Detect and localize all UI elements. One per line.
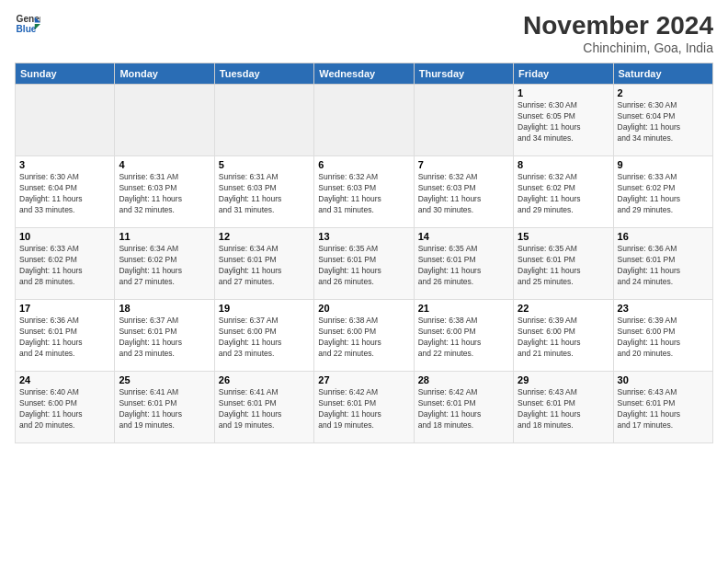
title-area: November 2024 Chinchinim, Goa, India [523,11,713,55]
day-info: Sunrise: 6:42 AMSunset: 6:01 PMDaylight:… [318,387,409,431]
day-info: Sunrise: 6:32 AMSunset: 6:03 PMDaylight:… [318,172,409,216]
day-info: Sunrise: 6:33 AMSunset: 6:02 PMDaylight:… [618,172,709,216]
month-title: November 2024 [523,11,713,40]
weekday-header: Thursday [414,63,513,85]
day-number: 5 [219,159,310,170]
calendar-cell: 17Sunrise: 6:36 AMSunset: 6:01 PMDayligh… [16,300,115,372]
day-info: Sunrise: 6:31 AMSunset: 6:03 PMDaylight:… [119,172,210,216]
calendar-cell [414,85,513,156]
calendar-cell: 15Sunrise: 6:35 AMSunset: 6:01 PMDayligh… [514,228,613,300]
day-info: Sunrise: 6:41 AMSunset: 6:01 PMDaylight:… [119,387,210,431]
day-info: Sunrise: 6:38 AMSunset: 6:00 PMDaylight:… [318,316,409,360]
header: General Blue November 2024 Chinchinim, G… [15,11,713,55]
calendar-cell: 29Sunrise: 6:43 AMSunset: 6:01 PMDayligh… [514,372,613,443]
day-number: 30 [618,374,709,385]
day-number: 16 [618,231,709,242]
day-info: Sunrise: 6:33 AMSunset: 6:02 PMDaylight:… [19,244,110,288]
day-info: Sunrise: 6:42 AMSunset: 6:01 PMDaylight:… [418,387,509,431]
calendar-cell [214,85,313,156]
calendar-cell: 12Sunrise: 6:34 AMSunset: 6:01 PMDayligh… [214,228,313,300]
calendar-cell: 13Sunrise: 6:35 AMSunset: 6:01 PMDayligh… [314,228,414,300]
day-number: 15 [518,231,609,242]
day-number: 14 [418,231,509,242]
calendar-cell: 3Sunrise: 6:30 AMSunset: 6:04 PMDaylight… [16,156,115,228]
logo: General Blue [15,11,40,37]
day-number: 17 [19,303,110,314]
weekday-header: Tuesday [214,63,313,85]
calendar-cell: 11Sunrise: 6:34 AMSunset: 6:02 PMDayligh… [115,228,214,300]
calendar-cell: 2Sunrise: 6:30 AMSunset: 6:04 PMDaylight… [613,85,712,156]
weekday-header: Monday [115,63,214,85]
day-info: Sunrise: 6:32 AMSunset: 6:03 PMDaylight:… [418,172,509,216]
day-number: 2 [618,87,709,98]
calendar-cell [115,85,214,156]
calendar-cell [314,85,414,156]
day-info: Sunrise: 6:30 AMSunset: 6:05 PMDaylight:… [518,100,609,144]
day-number: 22 [518,303,609,314]
calendar-cell: 9Sunrise: 6:33 AMSunset: 6:02 PMDaylight… [613,156,712,228]
day-number: 4 [119,159,210,170]
day-number: 28 [418,374,509,385]
day-info: Sunrise: 6:36 AMSunset: 6:01 PMDaylight:… [618,244,709,288]
calendar-cell: 27Sunrise: 6:42 AMSunset: 6:01 PMDayligh… [314,372,414,443]
calendar-cell: 24Sunrise: 6:40 AMSunset: 6:00 PMDayligh… [16,372,115,443]
calendar-cell: 26Sunrise: 6:41 AMSunset: 6:01 PMDayligh… [214,372,313,443]
calendar-cell: 1Sunrise: 6:30 AMSunset: 6:05 PMDaylight… [514,85,613,156]
day-info: Sunrise: 6:43 AMSunset: 6:01 PMDaylight:… [518,387,609,431]
calendar: SundayMondayTuesdayWednesdayThursdayFrid… [15,63,713,443]
calendar-cell: 4Sunrise: 6:31 AMSunset: 6:03 PMDaylight… [115,156,214,228]
day-info: Sunrise: 6:34 AMSunset: 6:02 PMDaylight:… [119,244,210,288]
weekday-header: Sunday [16,63,115,85]
day-number: 11 [119,231,210,242]
day-info: Sunrise: 6:31 AMSunset: 6:03 PMDaylight:… [219,172,310,216]
day-number: 23 [618,303,709,314]
weekday-header: Wednesday [314,63,414,85]
day-info: Sunrise: 6:34 AMSunset: 6:01 PMDaylight:… [219,244,310,288]
calendar-cell [16,85,115,156]
day-number: 13 [318,231,409,242]
day-number: 25 [119,374,210,385]
calendar-cell: 23Sunrise: 6:39 AMSunset: 6:00 PMDayligh… [613,300,712,372]
day-info: Sunrise: 6:30 AMSunset: 6:04 PMDaylight:… [618,100,709,144]
calendar-cell: 19Sunrise: 6:37 AMSunset: 6:00 PMDayligh… [214,300,313,372]
calendar-cell: 25Sunrise: 6:41 AMSunset: 6:01 PMDayligh… [115,372,214,443]
weekday-header: Friday [514,63,613,85]
calendar-cell: 30Sunrise: 6:43 AMSunset: 6:01 PMDayligh… [613,372,712,443]
day-info: Sunrise: 6:37 AMSunset: 6:00 PMDaylight:… [219,316,310,360]
calendar-cell: 6Sunrise: 6:32 AMSunset: 6:03 PMDaylight… [314,156,414,228]
day-number: 10 [19,231,110,242]
day-number: 18 [119,303,210,314]
day-info: Sunrise: 6:37 AMSunset: 6:01 PMDaylight:… [119,316,210,360]
day-number: 19 [219,303,310,314]
day-number: 26 [219,374,310,385]
calendar-cell: 10Sunrise: 6:33 AMSunset: 6:02 PMDayligh… [16,228,115,300]
calendar-cell: 7Sunrise: 6:32 AMSunset: 6:03 PMDaylight… [414,156,513,228]
day-info: Sunrise: 6:39 AMSunset: 6:00 PMDaylight:… [618,316,709,360]
weekday-header: Saturday [613,63,712,85]
calendar-cell: 5Sunrise: 6:31 AMSunset: 6:03 PMDaylight… [214,156,313,228]
calendar-cell: 8Sunrise: 6:32 AMSunset: 6:02 PMDaylight… [514,156,613,228]
day-number: 29 [518,374,609,385]
calendar-cell: 14Sunrise: 6:35 AMSunset: 6:01 PMDayligh… [414,228,513,300]
day-number: 1 [518,87,609,98]
day-info: Sunrise: 6:40 AMSunset: 6:00 PMDaylight:… [19,387,110,431]
calendar-cell: 21Sunrise: 6:38 AMSunset: 6:00 PMDayligh… [414,300,513,372]
day-number: 21 [418,303,509,314]
day-info: Sunrise: 6:32 AMSunset: 6:02 PMDaylight:… [518,172,609,216]
day-number: 27 [318,374,409,385]
day-info: Sunrise: 6:30 AMSunset: 6:04 PMDaylight:… [19,172,110,216]
day-number: 8 [518,159,609,170]
calendar-cell: 20Sunrise: 6:38 AMSunset: 6:00 PMDayligh… [314,300,414,372]
day-info: Sunrise: 6:36 AMSunset: 6:01 PMDaylight:… [19,316,110,360]
day-info: Sunrise: 6:41 AMSunset: 6:01 PMDaylight:… [219,387,310,431]
day-number: 20 [318,303,409,314]
day-number: 24 [19,374,110,385]
day-number: 12 [219,231,310,242]
day-number: 6 [318,159,409,170]
calendar-cell: 28Sunrise: 6:42 AMSunset: 6:01 PMDayligh… [414,372,513,443]
svg-text:Blue: Blue [17,24,37,34]
calendar-cell: 16Sunrise: 6:36 AMSunset: 6:01 PMDayligh… [613,228,712,300]
day-info: Sunrise: 6:35 AMSunset: 6:01 PMDaylight:… [418,244,509,288]
day-number: 3 [19,159,110,170]
logo-icon: General Blue [15,11,40,37]
